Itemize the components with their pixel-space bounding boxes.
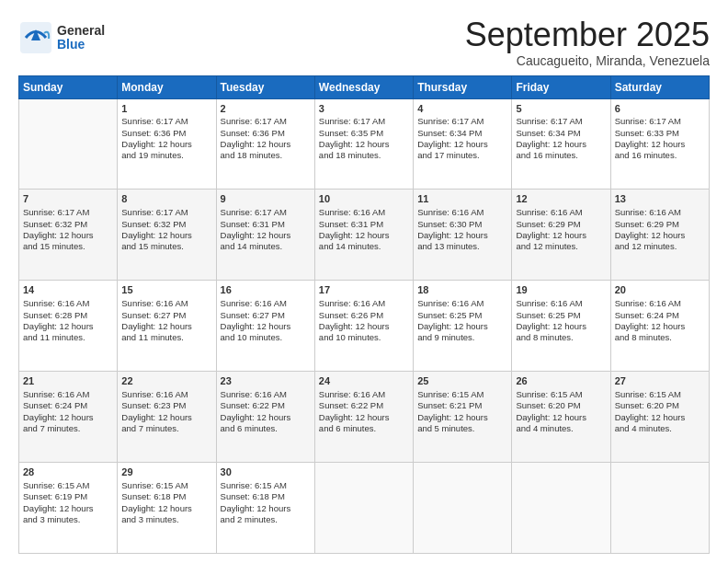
day-number: 26 xyxy=(516,374,606,388)
day-info: Sunrise: 6:16 AM Sunset: 6:26 PM Dayligh… xyxy=(319,298,409,343)
day-info: Sunrise: 6:16 AM Sunset: 6:25 PM Dayligh… xyxy=(417,298,507,343)
logo-general-label: General xyxy=(57,24,105,38)
table-row xyxy=(314,463,413,554)
table-row: 23Sunrise: 6:16 AM Sunset: 6:22 PM Dayli… xyxy=(216,372,314,463)
day-number: 8 xyxy=(121,192,211,206)
table-row: 4Sunrise: 6:17 AM Sunset: 6:34 PM Daylig… xyxy=(414,98,512,190)
day-info: Sunrise: 6:16 AM Sunset: 6:23 PM Dayligh… xyxy=(121,389,211,434)
day-number: 29 xyxy=(121,465,211,479)
table-row: 25Sunrise: 6:15 AM Sunset: 6:21 PM Dayli… xyxy=(414,372,512,463)
day-number: 28 xyxy=(23,465,113,479)
day-number: 6 xyxy=(615,102,705,116)
table-row: 26Sunrise: 6:15 AM Sunset: 6:20 PM Dayli… xyxy=(512,372,610,463)
day-number: 13 xyxy=(615,192,705,206)
table-row: 6Sunrise: 6:17 AM Sunset: 6:33 PM Daylig… xyxy=(610,98,709,190)
day-info: Sunrise: 6:16 AM Sunset: 6:29 PM Dayligh… xyxy=(516,207,606,252)
day-info: Sunrise: 6:16 AM Sunset: 6:22 PM Dayligh… xyxy=(221,389,311,434)
day-number: 10 xyxy=(319,192,409,206)
day-info: Sunrise: 6:16 AM Sunset: 6:27 PM Dayligh… xyxy=(121,298,211,343)
calendar-row: 28Sunrise: 6:15 AM Sunset: 6:19 PM Dayli… xyxy=(19,463,710,554)
table-row: 16Sunrise: 6:16 AM Sunset: 6:27 PM Dayli… xyxy=(216,281,314,372)
calendar-row: 1Sunrise: 6:17 AM Sunset: 6:36 PM Daylig… xyxy=(19,98,710,190)
table-row: 7Sunrise: 6:17 AM Sunset: 6:32 PM Daylig… xyxy=(19,190,118,281)
weekday-header-row: Sunday Monday Tuesday Wednesday Thursday… xyxy=(19,75,710,98)
calendar-row: 14Sunrise: 6:16 AM Sunset: 6:28 PM Dayli… xyxy=(19,281,710,372)
day-number: 3 xyxy=(319,102,409,116)
day-number: 16 xyxy=(221,283,311,297)
table-row xyxy=(414,463,512,554)
day-number: 24 xyxy=(319,374,409,388)
header-saturday: Saturday xyxy=(610,75,709,98)
header-monday: Monday xyxy=(118,75,216,98)
table-row: 3Sunrise: 6:17 AM Sunset: 6:35 PM Daylig… xyxy=(314,98,413,190)
day-number: 17 xyxy=(319,283,409,297)
day-info: Sunrise: 6:15 AM Sunset: 6:19 PM Dayligh… xyxy=(23,480,113,525)
table-row: 12Sunrise: 6:16 AM Sunset: 6:29 PM Dayli… xyxy=(512,190,610,281)
day-info: Sunrise: 6:16 AM Sunset: 6:30 PM Dayligh… xyxy=(417,207,507,252)
header: General Blue September 2025 Caucagueito,… xyxy=(18,17,710,68)
table-row: 21Sunrise: 6:16 AM Sunset: 6:24 PM Dayli… xyxy=(19,372,118,463)
day-info: Sunrise: 6:17 AM Sunset: 6:32 PM Dayligh… xyxy=(23,207,113,252)
logo-icon xyxy=(18,20,53,55)
table-row: 14Sunrise: 6:16 AM Sunset: 6:28 PM Dayli… xyxy=(19,281,118,372)
calendar-row: 21Sunrise: 6:16 AM Sunset: 6:24 PM Dayli… xyxy=(19,372,710,463)
table-row: 19Sunrise: 6:16 AM Sunset: 6:25 PM Dayli… xyxy=(512,281,610,372)
day-info: Sunrise: 6:15 AM Sunset: 6:18 PM Dayligh… xyxy=(221,480,311,525)
title-block: September 2025 Caucagueito, Miranda, Ven… xyxy=(465,17,710,68)
day-number: 15 xyxy=(121,283,211,297)
table-row: 15Sunrise: 6:16 AM Sunset: 6:27 PM Dayli… xyxy=(118,281,216,372)
day-number: 19 xyxy=(516,283,606,297)
day-number: 5 xyxy=(516,102,606,116)
table-row: 28Sunrise: 6:15 AM Sunset: 6:19 PM Dayli… xyxy=(19,463,118,554)
day-number: 27 xyxy=(615,374,705,388)
table-row: 30Sunrise: 6:15 AM Sunset: 6:18 PM Dayli… xyxy=(216,463,314,554)
day-number: 22 xyxy=(121,374,211,388)
table-row: 27Sunrise: 6:15 AM Sunset: 6:20 PM Dayli… xyxy=(610,372,709,463)
day-number: 14 xyxy=(23,283,113,297)
table-row xyxy=(19,98,118,190)
day-info: Sunrise: 6:17 AM Sunset: 6:36 PM Dayligh… xyxy=(221,116,311,161)
page: General Blue September 2025 Caucagueito,… xyxy=(0,0,728,563)
table-row: 29Sunrise: 6:15 AM Sunset: 6:18 PM Dayli… xyxy=(118,463,216,554)
day-info: Sunrise: 6:16 AM Sunset: 6:28 PM Dayligh… xyxy=(23,298,113,343)
day-info: Sunrise: 6:16 AM Sunset: 6:24 PM Dayligh… xyxy=(615,298,705,343)
day-info: Sunrise: 6:16 AM Sunset: 6:25 PM Dayligh… xyxy=(516,298,606,343)
day-info: Sunrise: 6:17 AM Sunset: 6:32 PM Dayligh… xyxy=(121,207,211,252)
header-thursday: Thursday xyxy=(414,75,512,98)
day-number: 7 xyxy=(23,192,113,206)
day-info: Sunrise: 6:17 AM Sunset: 6:33 PM Dayligh… xyxy=(615,116,705,161)
table-row: 11Sunrise: 6:16 AM Sunset: 6:30 PM Dayli… xyxy=(414,190,512,281)
location-label: Caucagueito, Miranda, Venezuela xyxy=(465,53,710,68)
day-number: 21 xyxy=(23,374,113,388)
day-info: Sunrise: 6:15 AM Sunset: 6:20 PM Dayligh… xyxy=(615,389,705,434)
day-number: 2 xyxy=(221,102,311,116)
day-info: Sunrise: 6:17 AM Sunset: 6:34 PM Dayligh… xyxy=(516,116,606,161)
table-row: 5Sunrise: 6:17 AM Sunset: 6:34 PM Daylig… xyxy=(512,98,610,190)
day-number: 18 xyxy=(417,283,507,297)
day-info: Sunrise: 6:16 AM Sunset: 6:24 PM Dayligh… xyxy=(23,389,113,434)
day-number: 11 xyxy=(417,192,507,206)
day-number: 9 xyxy=(221,192,311,206)
header-sunday: Sunday xyxy=(19,75,118,98)
logo-text: General Blue xyxy=(57,24,105,52)
day-number: 20 xyxy=(615,283,705,297)
day-info: Sunrise: 6:16 AM Sunset: 6:27 PM Dayligh… xyxy=(221,298,311,343)
table-row: 20Sunrise: 6:16 AM Sunset: 6:24 PM Dayli… xyxy=(610,281,709,372)
header-friday: Friday xyxy=(512,75,610,98)
day-number: 25 xyxy=(417,374,507,388)
day-info: Sunrise: 6:16 AM Sunset: 6:22 PM Dayligh… xyxy=(319,389,409,434)
table-row: 17Sunrise: 6:16 AM Sunset: 6:26 PM Dayli… xyxy=(314,281,413,372)
day-number: 12 xyxy=(516,192,606,206)
day-info: Sunrise: 6:17 AM Sunset: 6:34 PM Dayligh… xyxy=(417,116,507,161)
table-row: 13Sunrise: 6:16 AM Sunset: 6:29 PM Dayli… xyxy=(610,190,709,281)
day-info: Sunrise: 6:15 AM Sunset: 6:21 PM Dayligh… xyxy=(417,389,507,434)
table-row: 2Sunrise: 6:17 AM Sunset: 6:36 PM Daylig… xyxy=(216,98,314,190)
day-info: Sunrise: 6:17 AM Sunset: 6:36 PM Dayligh… xyxy=(121,116,211,161)
day-info: Sunrise: 6:16 AM Sunset: 6:31 PM Dayligh… xyxy=(319,207,409,252)
calendar-row: 7Sunrise: 6:17 AM Sunset: 6:32 PM Daylig… xyxy=(19,190,710,281)
day-number: 23 xyxy=(221,374,311,388)
table-row xyxy=(512,463,610,554)
day-info: Sunrise: 6:15 AM Sunset: 6:18 PM Dayligh… xyxy=(121,480,211,525)
header-tuesday: Tuesday xyxy=(216,75,314,98)
month-title: September 2025 xyxy=(465,17,710,53)
